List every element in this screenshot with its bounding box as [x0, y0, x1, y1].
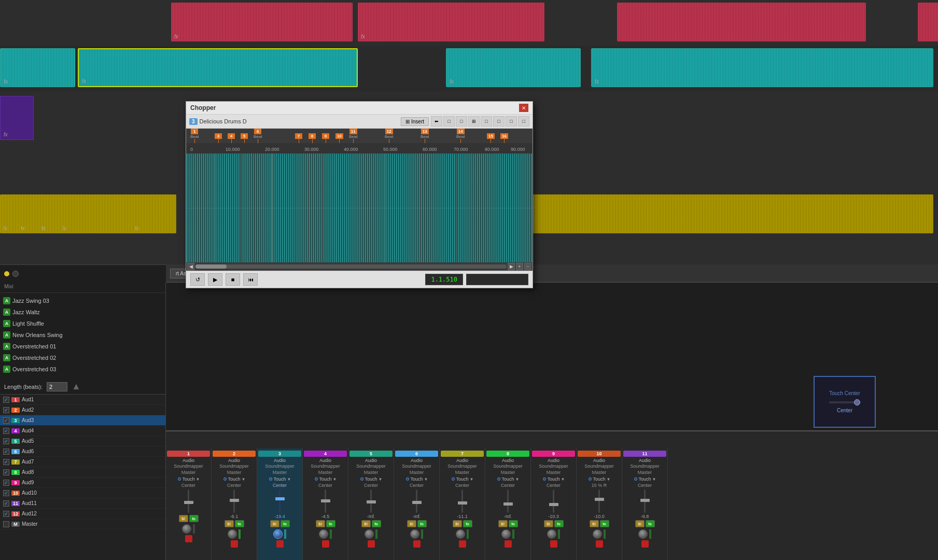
ch-fader-area[interactable] [188, 488, 189, 514]
pan-knob[interactable] [410, 529, 419, 539]
mtrack-check[interactable]: ✓ [3, 397, 9, 403]
record-btn[interactable] [413, 540, 421, 548]
chop-line[interactable] [322, 153, 323, 262]
scrollbar-thumb[interactable] [195, 264, 227, 269]
dropdown-arrow-icon[interactable]: ▼ [242, 477, 246, 482]
record-btn[interactable]: fo [509, 520, 518, 527]
fader-knob[interactable] [595, 498, 604, 501]
fader-knob[interactable] [412, 501, 422, 504]
fader-knob[interactable] [503, 502, 513, 506]
mtrack-row[interactable]: ✓ 8 Aud8 [0, 467, 165, 478]
fader-track[interactable] [598, 489, 600, 513]
toolbar-btn-3[interactable]: □ [456, 116, 467, 127]
pan-knob[interactable] [273, 529, 283, 539]
fader-knob[interactable] [275, 497, 285, 500]
record-btn[interactable] [505, 540, 512, 548]
beat-flag-14[interactable]: 14 Beat [456, 129, 465, 143]
fader-track[interactable] [233, 489, 235, 513]
pan-knob[interactable] [365, 529, 374, 539]
solo-btn[interactable]: S! [407, 520, 416, 527]
chop-line[interactable] [228, 153, 228, 262]
mtrack-row-selected[interactable]: ✓ 3 Aud3 [0, 415, 165, 426]
pan-knob[interactable] [319, 529, 328, 539]
beat-flag-6[interactable]: 6 Beat [254, 129, 262, 143]
record-btn[interactable] [185, 535, 192, 542]
list-item[interactable]: A Jazz Waltz [0, 306, 165, 318]
fader-track[interactable] [325, 489, 326, 513]
toolbar-btn-4[interactable]: ⊞ [468, 116, 480, 127]
mtrack-row[interactable]: ✓ 12 Aud12 [0, 509, 165, 519]
clip-red-1[interactable]: fx [171, 3, 353, 41]
record-btn[interactable]: fo [554, 520, 564, 527]
solo-btn[interactable]: S! [453, 520, 462, 527]
dropdown-arrow-icon[interactable]: ▼ [561, 477, 565, 482]
record-btn[interactable]: fo [235, 520, 244, 527]
ch-fader-area[interactable] [598, 488, 600, 514]
solo-btn[interactable]: S! [498, 520, 508, 527]
record-btn[interactable]: fo [463, 520, 472, 527]
mtrack-check[interactable]: ✓ [3, 438, 9, 444]
toolbar-btn-5[interactable]: □ [481, 116, 492, 127]
chopper-insert-btn[interactable]: ⊞ Insert [401, 117, 429, 126]
ch-fader-area[interactable] [416, 488, 417, 514]
toolbar-btn-7[interactable]: □ [506, 116, 517, 127]
ch-fader-area[interactable] [279, 488, 281, 514]
fader-knob[interactable] [321, 499, 330, 502]
solo-btn[interactable]: S! [544, 520, 553, 527]
mtrack-check[interactable]: ✓ [3, 469, 9, 475]
ch-fader-area[interactable] [644, 488, 646, 514]
solo-btn[interactable]: S! [270, 520, 279, 527]
beat-flag-1[interactable]: 1 Beat [190, 129, 199, 143]
record-btn[interactable]: fo [646, 520, 655, 527]
pan-knob[interactable] [182, 524, 191, 534]
chop-line[interactable] [215, 153, 215, 262]
beat-flag-15[interactable]: 15 [487, 133, 495, 143]
pan-knob[interactable] [228, 529, 237, 539]
mtrack-check[interactable]: ✓ [3, 490, 9, 496]
beat-flag-8[interactable]: 8 [309, 133, 316, 143]
beat-flag-7[interactable]: 7 [295, 133, 302, 143]
rewind-btn[interactable]: ↺ [190, 273, 205, 286]
fader-track[interactable] [370, 489, 372, 513]
mtrack-check[interactable]: ✓ [3, 480, 9, 486]
solo-btn[interactable]: S! [225, 520, 234, 527]
clip-red-4[interactable] [918, 3, 938, 41]
fader-knob[interactable] [549, 503, 558, 506]
toolbar-btn-8[interactable]: □ [518, 116, 529, 127]
scroll-right-btn[interactable]: ▶ [508, 263, 515, 270]
zoom-out-btn[interactable]: − [524, 263, 531, 270]
ch-fader-area[interactable] [233, 488, 235, 514]
beat-flag-10[interactable]: 10 [335, 133, 343, 143]
solo-btn[interactable]: S! [179, 515, 188, 522]
chop-line[interactable] [421, 153, 421, 262]
dropdown-arrow-icon[interactable]: ▼ [379, 477, 383, 482]
ch-fader-area[interactable] [553, 488, 554, 514]
dropdown-arrow-icon[interactable]: ▼ [515, 477, 520, 482]
beat-flag-16[interactable]: 16 [500, 133, 508, 143]
clip-teal-3[interactable]: fx [591, 48, 933, 87]
record-btn[interactable]: fo [189, 515, 199, 522]
record-btn[interactable]: fo [417, 520, 427, 527]
solo-btn[interactable]: S! [590, 520, 599, 527]
length-input[interactable] [47, 382, 67, 391]
record-btn[interactable]: fo [372, 520, 381, 527]
mtrack-row[interactable]: ✓ 9 Aud9 [0, 478, 165, 488]
mtrack-check[interactable]: ✓ [3, 449, 9, 455]
fader-track[interactable] [507, 489, 509, 513]
solo-btn[interactable]: S! [635, 520, 645, 527]
mtrack-check[interactable]: ✓ [3, 407, 9, 413]
list-item[interactable]: A Jazz Swing 03 [0, 295, 165, 306]
list-item[interactable]: A Overstretched 01 [0, 341, 165, 352]
stop-btn[interactable]: ■ [226, 273, 240, 286]
mtrack-row[interactable]: ✓ 4 Aud4 [0, 426, 165, 436]
chop-line[interactable] [295, 153, 296, 262]
dropdown-arrow-icon[interactable]: ▼ [333, 477, 337, 482]
fader-track[interactable] [416, 489, 417, 513]
beat-flag-11[interactable]: 11 Beat [349, 129, 357, 143]
clip-red-3[interactable] [617, 3, 866, 41]
mtrack-row[interactable]: ✓ 5 Aud5 [0, 436, 165, 446]
length-spin-up[interactable]: ▲ [72, 381, 81, 392]
record-btn[interactable]: fo [326, 520, 335, 527]
list-item[interactable]: A Light Shuffle [0, 318, 165, 329]
touch-center-slider[interactable] [829, 401, 860, 403]
